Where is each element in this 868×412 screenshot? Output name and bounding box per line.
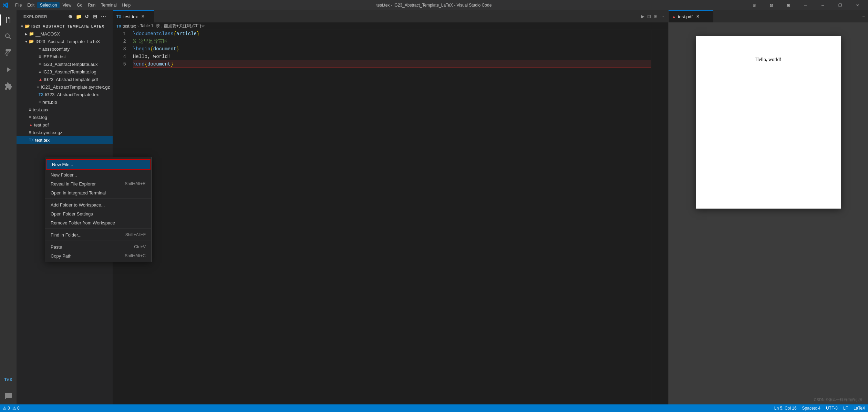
tree-label-ig23synctex: IG23_AbstractTemplate.synctex.gz <box>41 84 110 90</box>
tab-close-testpdf[interactable]: ✕ <box>695 13 701 20</box>
context-menu-item-new-folder[interactable]: New Folder... <box>45 170 151 179</box>
gz-file-icon-2: ≡ <box>29 130 31 135</box>
source-control-activity-icon[interactable] <box>0 45 17 61</box>
tree-item-ig23folder[interactable]: ▼ 📂 IG23_Abstract_Template_LaTeX <box>17 38 113 45</box>
context-menu: New File... New Folder... Reveal in File… <box>45 157 152 262</box>
minimize-button[interactable]: ─ <box>815 0 831 10</box>
tree-item-ig23synctex[interactable]: ≡ IG23_AbstractTemplate.synctex.gz <box>17 83 113 91</box>
sty-file-icon: ≡ <box>39 47 41 51</box>
context-menu-separator-2 <box>45 229 151 229</box>
tree-item-ig23log[interactable]: ≡ IG23_AbstractTemplate.log <box>17 68 113 76</box>
code-line-5: \end{document} <box>133 60 651 68</box>
context-menu-item-add-folder[interactable]: Add Folder to Workspace... <box>45 200 151 209</box>
tree-item-testaux[interactable]: ≡ test.aux <box>17 106 113 113</box>
more-actions-tab-icon[interactable]: ··· <box>660 14 664 19</box>
context-menu-item-remove-folder[interactable]: Remove Folder from Workspace <box>45 218 151 227</box>
explorer-activity-icon[interactable] <box>0 12 17 28</box>
context-menu-item-reveal[interactable]: Reveal in File Explorer Shift+Alt+R <box>45 179 151 188</box>
context-menu-item-paste[interactable]: Paste Ctrl+V <box>45 242 151 251</box>
add-folder-label: Add Folder to Workspace... <box>51 202 105 208</box>
search-activity-icon[interactable] <box>0 28 17 45</box>
chevron-right-icon: ▶ <box>23 32 29 36</box>
svg-point-0 <box>6 54 8 56</box>
run-activity-icon[interactable] <box>0 61 17 78</box>
collapse-all-icon[interactable]: ⊟ <box>92 13 99 20</box>
tab-testtex[interactable]: TX test.tex ✕ <box>113 10 154 22</box>
status-encoding[interactable]: UTF-8 <box>826 406 838 411</box>
extensions-activity-icon[interactable] <box>0 78 17 94</box>
vscode-logo-icon <box>3 2 8 8</box>
close-button[interactable]: ✕ <box>849 0 865 10</box>
editor-area: TX test.tex ✕ ▶ ⊡ ⊞ ··· TX test.tex › Ta… <box>113 10 668 404</box>
menu-view[interactable]: View <box>60 2 74 8</box>
preview-more-btn[interactable]: ··· <box>859 10 868 22</box>
tab-close-testtex[interactable]: ✕ <box>140 13 146 20</box>
restore-button[interactable]: ❐ <box>832 0 848 10</box>
tree-item-refsbib[interactable]: ≡ refs.bib <box>17 98 113 106</box>
tree-item-testpdf[interactable]: ▲ test.pdf <box>17 121 113 129</box>
code-token: \end <box>133 60 145 68</box>
tex-activity-icon[interactable]: TeX <box>0 371 17 388</box>
pdf-tab-icon: ▲ <box>672 14 676 19</box>
new-file-icon[interactable]: ⊕ <box>67 13 74 20</box>
menu-file[interactable]: File <box>12 2 24 8</box>
code-content[interactable]: \documentclass{article} % 这里是导言区 \begin{… <box>130 30 651 404</box>
copy-path-shortcut: Shift+Alt+C <box>125 253 146 258</box>
run-tex-icon[interactable]: ▶ <box>641 14 644 19</box>
refresh-icon[interactable]: ↺ <box>84 13 91 20</box>
menu-help[interactable]: Help <box>120 2 134 8</box>
code-token: \begin <box>133 45 150 53</box>
context-menu-item-terminal[interactable]: Open in Integrated Terminal <box>45 188 151 197</box>
status-language[interactable]: LaTeX <box>854 406 865 411</box>
tree-item-ig23pdf[interactable]: ▲ IG23_AbstractTemplate.pdf <box>17 76 113 83</box>
code-editor[interactable]: 1 2 3 4 5 \documentclass{article} % 这里是导… <box>113 30 668 404</box>
split-editor-icon[interactable]: ⊡ <box>647 14 651 19</box>
status-errors[interactable]: ⚠ 0 ⚠ 0 <box>3 406 20 411</box>
activity-bar: TeX <box>0 10 17 404</box>
context-menu-item-new-file[interactable]: New File... <box>46 160 150 169</box>
status-spaces[interactable]: Spaces: 4 <box>802 406 820 411</box>
viewer-icon[interactable]: ⊞ <box>654 14 658 19</box>
tree-item-ieeebib[interactable]: ≡ IEEEbib.bst <box>17 53 113 60</box>
code-line-1: \documentclass{article} <box>133 30 651 38</box>
menu-go[interactable]: Go <box>74 2 85 8</box>
more-icon[interactable]: ··· <box>798 0 814 10</box>
more-actions-icon[interactable]: ··· <box>100 13 107 20</box>
tree-root-folder[interactable]: ▼ 📂 IG23_ABSTRACT_TEMPLATE_LATEX <box>17 22 113 30</box>
code-token: Hello, world! <box>133 53 170 60</box>
tree-item-testtex[interactable]: TX test.tex <box>17 136 113 144</box>
svg-point-1 <box>9 50 10 52</box>
new-folder-icon[interactable]: 📁 <box>75 13 82 20</box>
title-bar-left: File Edit Selection View Go Run Terminal… <box>3 2 133 8</box>
tree-item-absspconf[interactable]: ≡ absspconf.sty <box>17 45 113 53</box>
tex-tab-icon: TX <box>116 14 121 19</box>
tree-item-macosx[interactable]: ▶ 📁 __MACOSX <box>17 30 113 38</box>
status-position[interactable]: Ln 5, Col 16 <box>774 406 797 411</box>
editor-toolbar-run[interactable]: ▶ ⊡ ⊞ ··· <box>637 10 668 22</box>
layout3-icon[interactable]: ⊞ <box>781 0 796 10</box>
context-menu-item-copy-path[interactable]: Copy Path Shift+Alt+C <box>45 251 151 260</box>
tab-bar: TX test.tex ✕ ▶ ⊡ ⊞ ··· <box>113 10 668 22</box>
pages-activity-icon[interactable] <box>0 388 17 404</box>
context-menu-item-folder-settings[interactable]: Open Folder Settings <box>45 209 151 218</box>
layout2-icon[interactable]: ⊡ <box>763 0 779 10</box>
tree-item-ig23aux[interactable]: ≡ IG23_AbstractTemplate.aux <box>17 60 113 68</box>
preview-content: Hello, world! <box>669 22 868 404</box>
menu-selection[interactable]: Selection <box>37 2 60 8</box>
menu-run[interactable]: Run <box>85 2 98 8</box>
tree-item-testsynctex[interactable]: ≡ test.synctex.gz <box>17 129 113 136</box>
breadcrumb-file: test.tex <box>123 24 136 29</box>
tree-item-testlog[interactable]: ≡ test.log <box>17 113 113 121</box>
context-menu-item-find-in-folder[interactable]: Find in Folder... Shift+Alt+F <box>45 230 151 239</box>
editor-preview-container: TX test.tex ✕ ▶ ⊡ ⊞ ··· TX test.tex › Ta… <box>113 10 668 404</box>
tab-testpdf[interactable]: ▲ test.pdf ✕ <box>669 10 713 22</box>
menu-terminal[interactable]: Terminal <box>98 2 119 8</box>
tree-item-ig23tex[interactable]: TX IG23_AbstractTemplate.tex <box>17 91 113 98</box>
new-file-label: New File... <box>52 162 73 167</box>
layout-icon[interactable]: ⊟ <box>746 0 762 10</box>
paste-label: Paste <box>51 244 62 250</box>
tab-label-testtex: test.tex <box>123 14 138 19</box>
status-eol[interactable]: LF <box>843 406 848 411</box>
menu-edit[interactable]: Edit <box>24 2 37 8</box>
menu-bar: File Edit Selection View Go Run Terminal… <box>12 2 133 8</box>
